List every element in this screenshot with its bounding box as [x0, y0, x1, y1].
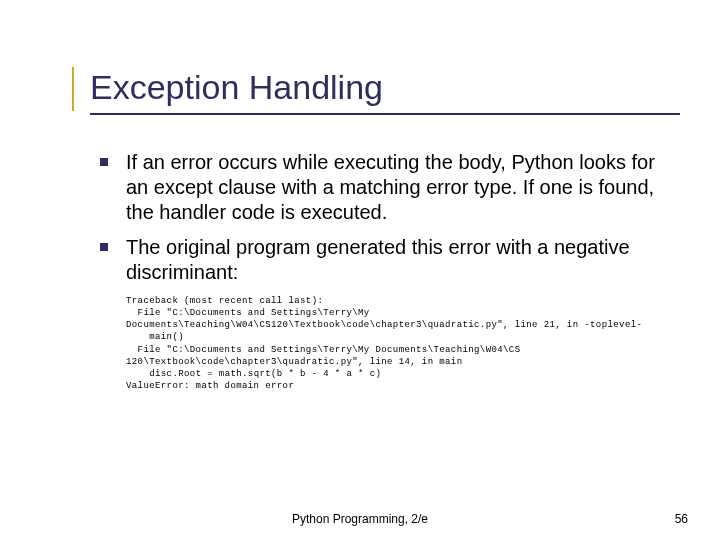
bullet-text: The original program generated this erro… — [126, 236, 630, 283]
title-accent-line — [72, 67, 74, 111]
slide: Exception Handling If an error occurs wh… — [0, 0, 720, 540]
bullet-list: If an error occurs while executing the b… — [100, 150, 660, 285]
square-bullet-icon — [100, 158, 108, 166]
bullet-item: If an error occurs while executing the b… — [100, 150, 660, 225]
footer-center-text: Python Programming, 2/e — [0, 512, 720, 526]
square-bullet-icon — [100, 243, 108, 251]
bullet-text: If an error occurs while executing the b… — [126, 151, 655, 223]
slide-title: Exception Handling — [90, 68, 680, 115]
bullet-item: The original program generated this erro… — [100, 235, 660, 285]
traceback-code: Traceback (most recent call last): File … — [126, 295, 660, 392]
slide-body: If an error occurs while executing the b… — [100, 150, 660, 392]
page-number: 56 — [675, 512, 688, 526]
